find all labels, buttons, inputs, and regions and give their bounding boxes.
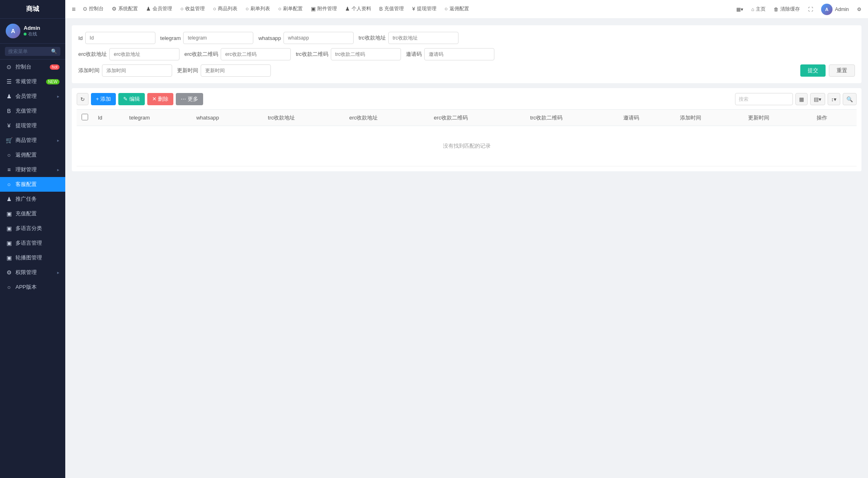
sidebar-menu: ⊙ 控制台 hot ☰ 常规管理 NEW ♟ 会员管理 ▸ B 充值管理 ¥ 提… [0, 60, 65, 478]
topnav-item-return-config[interactable]: ○ 返佣配置 [441, 0, 473, 19]
filter-row-3: 添加时间 更新时间 提交 重置 [78, 64, 855, 77]
arrow-icon: ▸ [57, 94, 60, 99]
th-trc-qr: trc收款二维码 [525, 110, 618, 126]
search-input[interactable] [8, 49, 51, 54]
filter-item-whatsapp: whatsapp [258, 32, 354, 44]
sidebar-item-label: 理财管理 [16, 166, 57, 173]
topnav-layout-btn[interactable]: ▦▾ [733, 5, 746, 14]
filter-toggle-btn[interactable]: ▤▾ [810, 93, 825, 105]
edit-button[interactable]: ✎ 编辑 [118, 93, 145, 105]
empty-row: 没有找到匹配的记录 [77, 126, 857, 166]
refresh-icon: ↻ [80, 96, 85, 102]
sidebar-item-recharge[interactable]: B 充值管理 [0, 104, 65, 118]
add-button[interactable]: + 添加 [91, 93, 116, 105]
filter-item-erc-address: erc收款地址 [78, 48, 179, 60]
data-table: Id telegram whatsapp trc收款地址 erc收款地址 erc… [77, 109, 857, 166]
return-icon: ○ [6, 152, 12, 158]
topnav-fullscreen-btn[interactable]: ⛶ [805, 5, 816, 14]
more-button[interactable]: ⋯ 更多 [176, 93, 203, 105]
th-trc-address: trc收款地址 [263, 110, 344, 126]
topnav-item-order-config[interactable]: ○ 刷单配置 [274, 0, 307, 19]
delete-button[interactable]: ✕ 删除 [147, 93, 174, 105]
topnav-recharge-icon: B [379, 6, 383, 12]
topnav-settings-btn[interactable]: ⚙ [854, 5, 865, 14]
sidebar-item-customer[interactable]: ○ 客服配置 [0, 177, 65, 192]
sidebar-item-app-version[interactable]: ○ APP版本 [0, 280, 65, 294]
hot-badge: hot [50, 64, 60, 70]
topnav-item-goods-list[interactable]: ○ 商品列表 [209, 0, 241, 19]
topnav-order-config-icon: ○ [278, 6, 281, 12]
topnav-item-withdraw-mgr[interactable]: ¥ 提现管理 [408, 0, 440, 19]
topnav-attachment-icon: ▣ [311, 6, 316, 12]
sidebar-item-multilang-cat[interactable]: ▣ 多语言分类 [0, 221, 65, 236]
topnav-home-btn[interactable]: ⌂ 主页 [748, 4, 769, 14]
reset-button[interactable]: 重置 [829, 64, 855, 77]
topnav-item-revenue[interactable]: ○ 收益管理 [176, 0, 209, 19]
sidebar-item-permission[interactable]: ⚙ 权限管理 ▸ [0, 265, 65, 280]
topnav-item-member[interactable]: ♟ 会员管理 [142, 0, 176, 19]
filter-input-id[interactable] [85, 32, 155, 44]
table-search-input[interactable] [735, 96, 793, 102]
fullscreen-icon: ⛶ [808, 7, 813, 12]
sidebar-item-withdraw[interactable]: ¥ 提现管理 [0, 118, 65, 133]
search-box [735, 93, 793, 105]
filter-label-erc-address: erc收款地址 [78, 51, 107, 58]
table-section: ↻ + 添加 ✎ 编辑 ✕ 删除 ⋯ 更多 ▦ ▤▾ [72, 88, 861, 171]
filter-input-update-time[interactable] [201, 64, 271, 77]
main: ≡ ⊙ 控制台 ⚙ 系统配置 ♟ 会员管理 ○ 收益管理 ○ 商品列表 ○ 刷单… [65, 0, 868, 478]
filter-item-trc-qr: trc收款二维码 [296, 48, 401, 60]
sidebar-item-banner[interactable]: ▣ 轮播图管理 [0, 250, 65, 265]
content: Id telegram whatsapp trc收款地址 [65, 19, 868, 478]
user-status: 在线 [24, 31, 60, 37]
clear-cache-icon: 🗑 [774, 7, 779, 12]
topnav-item-dashboard[interactable]: ⊙ 控制台 [79, 0, 108, 19]
sidebar-item-dashboard[interactable]: ⊙ 控制台 hot [0, 60, 65, 74]
sidebar-item-member[interactable]: ♟ 会员管理 ▸ [0, 89, 65, 104]
submit-button[interactable]: 提交 [800, 64, 826, 77]
sidebar-item-label: 控制台 [16, 63, 48, 71]
filter-input-add-time[interactable] [102, 64, 172, 77]
sidebar-item-multilang-mgr[interactable]: ▣ 多语言管理 [0, 236, 65, 250]
sort-toggle-btn[interactable]: ↕▾ [828, 93, 841, 105]
sidebar-item-regular[interactable]: ☰ 常规管理 NEW [0, 74, 65, 89]
sidebar-title: 商城 [0, 0, 65, 19]
filter-input-trc-qr[interactable] [331, 48, 401, 60]
filter-input-trc-address[interactable] [388, 32, 458, 44]
table-head: Id telegram whatsapp trc收款地址 erc收款地址 erc… [77, 110, 857, 126]
select-all-checkbox[interactable] [82, 114, 88, 120]
empty-message: 没有找到匹配的记录 [77, 126, 857, 166]
filter-item-erc-qr: erc收款二维码 [184, 48, 291, 60]
table-toolbar: ↻ + 添加 ✎ 编辑 ✕ 删除 ⋯ 更多 ▦ ▤▾ [77, 93, 857, 105]
filter-input-erc-address[interactable] [109, 48, 179, 60]
filter-input-whatsapp[interactable] [283, 32, 354, 44]
filter-label-id: Id [78, 35, 83, 41]
sidebar-item-label: 提现管理 [16, 122, 60, 129]
topnav-item-profile[interactable]: ♟ 个人资料 [341, 0, 375, 19]
topnav-item-order-list[interactable]: ○ 刷单列表 [241, 0, 274, 19]
topnav-item-recharge-mgr[interactable]: B 充值管理 [375, 0, 408, 19]
topnav-item-system[interactable]: ⚙ 系统配置 [108, 0, 142, 19]
filter-input-invite-code[interactable] [424, 48, 494, 60]
new-badge: NEW [46, 79, 60, 84]
sidebar-item-recharge-config[interactable]: ▣ 充值配置 [0, 206, 65, 221]
topnav-user[interactable]: A Admin [818, 2, 852, 17]
topnav-clear-cache-btn[interactable]: 🗑 清除缓存 [771, 4, 803, 14]
refresh-button[interactable]: ↻ [77, 93, 89, 105]
sidebar-item-return[interactable]: ○ 返佣配置 [0, 148, 65, 162]
sidebar-item-promo[interactable]: ♟ 推广任务 [0, 192, 65, 206]
filter-input-erc-qr[interactable] [221, 48, 291, 60]
recharge-icon: B [6, 108, 12, 114]
menu-toggle-icon[interactable]: ≡ [69, 3, 79, 15]
topnav-member-icon: ♟ [146, 6, 151, 12]
filter-item-update-time: 更新时间 [177, 64, 271, 77]
customer-icon: ○ [6, 181, 12, 188]
th-erc-qr: erc收款二维码 [429, 110, 525, 126]
layout-icon: ▦▾ [736, 7, 743, 12]
table-search-btn[interactable]: 🔍 [843, 93, 857, 105]
sidebar-item-goods[interactable]: 🛒 商品管理 ▸ [0, 133, 65, 148]
filter-input-telegram[interactable] [183, 32, 253, 44]
sort-icon: ↕▾ [831, 96, 837, 102]
topnav-item-attachment[interactable]: ▣ 附件管理 [307, 0, 341, 19]
sidebar-item-finance[interactable]: ≡ 理财管理 ▸ [0, 162, 65, 177]
column-toggle-btn[interactable]: ▦ [795, 93, 808, 105]
